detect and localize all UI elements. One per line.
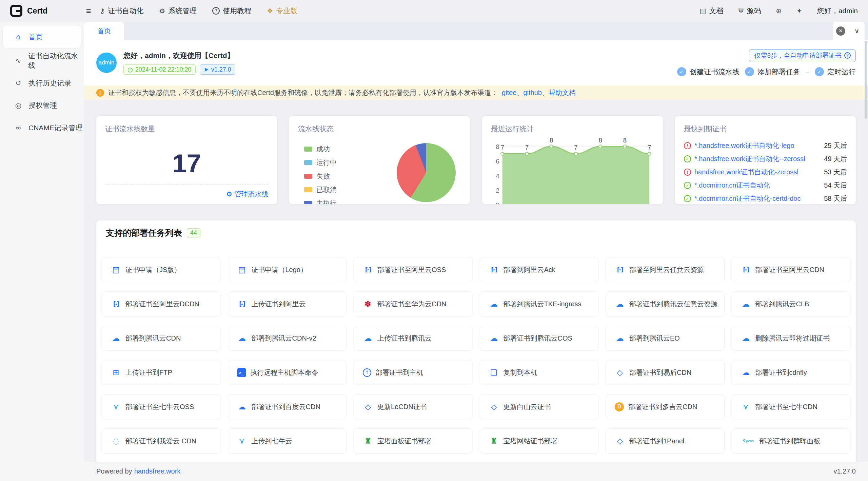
task-card[interactable]: Syno部署证书到群晖面板 [732, 428, 851, 454]
handsfree-link[interactable]: handsfree.work [134, 467, 181, 475]
expiry-cert-link[interactable]: *.handsfree.work证书自动化-lego [694, 141, 818, 150]
expiry-cert-link[interactable]: *.docmirror.cn证书自动化-certd-doc [694, 194, 818, 203]
tab-home-label: 首页 [97, 26, 111, 36]
nav-item-文档[interactable]: ▤文档 [700, 6, 724, 16]
task-card[interactable]: ☁部署证书到cdnfly [732, 360, 851, 385]
task-card[interactable]: ◇部署证书到易盾CDN [606, 360, 725, 385]
task-card[interactable]: ♜宝塔网站证书部署 [480, 428, 599, 454]
task-card[interactable]: [-]部署证书至阿里云OSS [354, 257, 473, 282]
datetime-badge: ◷2024-11-02 22:10:20 [123, 64, 196, 75]
app-logo[interactable]: Certd [10, 5, 84, 17]
task-card[interactable]: ☁部署到腾讯云CDN [102, 326, 221, 351]
task-card[interactable]: [-]部署到阿里云Ack [480, 257, 599, 282]
nav-item-源码[interactable]: Ψ源码 [738, 6, 761, 16]
help-circle-icon: ? [844, 52, 851, 59]
legend-item-运行中[interactable]: 运行中 [304, 158, 337, 167]
sidebar: ⌂首页∿证书自动化流水线↺执行历史记录◎授权管理∞CNAME记录管理 [0, 22, 84, 481]
task-card[interactable]: D部署证书到多吉云CDN [606, 394, 725, 419]
warning-link-github[interactable]: github [523, 89, 542, 96]
task-card[interactable]: ◇部署证书到1Panel [606, 428, 725, 454]
warning-link-帮助文档[interactable]: 帮助文档 [549, 89, 576, 96]
nav-item-系统管理[interactable]: ⚙系统管理 [159, 6, 197, 16]
expiry-days: 53 天后 [824, 168, 847, 177]
task-card[interactable]: >_执行远程主机脚本命令 [228, 360, 347, 385]
task-card[interactable]: ⋎上传到七牛云 [228, 428, 347, 454]
task-card-label: 部署到腾讯云CDN-v2 [252, 334, 319, 343]
pipeline-count-title: 证书流水线数量 [105, 124, 268, 134]
tab-close-button[interactable]: ✕ [833, 22, 849, 40]
task-card[interactable]: ☁部署证书到腾讯云任意云资源 [606, 291, 725, 316]
sparkles-icon: ✦ [796, 7, 802, 15]
sidebar-item-label: CNAME记录管理 [28, 123, 83, 133]
scrollbar-thumb[interactable] [865, 41, 867, 119]
task-card[interactable]: [-]部署证书至阿里云CDN [732, 257, 851, 282]
tab-menu-button[interactable]: ∨ [849, 22, 865, 40]
nav-item-使用教程[interactable]: ?使用教程 [212, 6, 251, 16]
task-card-label: 部署证书到易盾CDN [629, 368, 694, 377]
pie-chart-area: 成功运行中失败已取消未执行 [298, 134, 461, 204]
task-card-label: 部署证书到cdnfly [755, 368, 810, 377]
task-card[interactable]: ↑部署证书到主机 [354, 360, 473, 385]
aliyun-icon: [-] [489, 266, 499, 273]
aliyun-icon: [-] [741, 266, 751, 273]
welcome-section: admin 您好，admin，欢迎使用【Certd】 ◷2024-11-02 2… [84, 40, 868, 85]
legend-item-已取消[interactable]: 已取消 [304, 185, 337, 194]
user-greeting[interactable]: 您好，admin [817, 6, 858, 16]
gear-icon: ⚙ [159, 7, 165, 15]
task-card[interactable]: ☁部署到腾讯云CLB [732, 291, 851, 316]
area-chart: 0246877878872024-10-262024-10-282024-10-… [491, 135, 654, 204]
tab-home[interactable]: 首页 [84, 22, 124, 40]
task-card[interactable]: [-]部署证书至阿里云DCDN [102, 291, 221, 316]
shield-icon: ◇ [489, 402, 499, 411]
legend-item-成功[interactable]: 成功 [304, 145, 337, 154]
sidebar-item-授权管理[interactable]: ◎授权管理 [0, 94, 84, 117]
pipeline-count-card: 证书流水线数量 17 ⚙管理流水线 [96, 116, 277, 204]
history-icon: ↺ [14, 79, 22, 87]
sidebar-item-CNAME记录管理[interactable]: ∞CNAME记录管理 [0, 117, 84, 139]
task-card[interactable]: ◌部署证书到我爱云 CDN [102, 428, 221, 454]
sidebar-collapse-icon[interactable]: ≡ [86, 6, 91, 16]
task-card[interactable]: ☁删除腾讯云即将过期证书 [732, 326, 851, 351]
task-card[interactable]: ☁部署到腾讯云TKE-ingress [480, 291, 599, 316]
task-card[interactable]: ✽部署证书至华为云CDN [354, 291, 473, 316]
task-card[interactable]: ▤证书申请（Lego） [228, 257, 347, 282]
legend-item-失败[interactable]: 失败 [304, 172, 337, 181]
step-添加部署任务: ✓添加部署任务 [745, 67, 800, 77]
avatar[interactable]: admin [96, 53, 117, 73]
expiry-cert-link[interactable]: *.docmirror.cn证书自动化 [694, 181, 818, 190]
sparkles-icon[interactable]: ✦ [796, 7, 802, 15]
expiry-cert-link[interactable]: *.handsfree.work证书自动化--zerossl [694, 154, 818, 163]
expiry-cert-link[interactable]: handsfree.work证书自动化-zerossl [694, 168, 818, 177]
chevron-down-icon: ∨ [854, 27, 860, 35]
legend-item-未执行[interactable]: 未执行 [304, 199, 337, 204]
warning-link-gitee[interactable]: gitee [502, 89, 516, 96]
tencent-cloud-icon: ☁ [111, 334, 121, 343]
task-card[interactable]: ⋎部署证书至七牛CDN [732, 394, 851, 419]
task-card[interactable]: ⊞上传证书到FTP [102, 360, 221, 385]
shield-icon: ◇ [363, 402, 373, 411]
svg-text:6: 6 [496, 158, 499, 165]
task-card[interactable]: ☁部署到腾讯云EO [606, 326, 725, 351]
sidebar-item-证书自动化流水线[interactable]: ∿证书自动化流水线 [0, 50, 84, 72]
sidebar-item-执行历史记录[interactable]: ↺执行历史记录 [0, 72, 84, 94]
sidebar-item-首页[interactable]: ⌂首页 [3, 26, 81, 48]
task-card[interactable]: ▤证书申请（JS版） [102, 257, 221, 282]
cname-link-icon: ∞ [14, 124, 22, 132]
task-card[interactable]: ☁部署证书到百度云CDN [228, 394, 347, 419]
task-card[interactable]: ◇更新白山云证书 [480, 394, 599, 419]
nav-item-证书自动化[interactable]: ⚷证书自动化 [100, 6, 144, 16]
task-card[interactable]: ☁部署到腾讯云CDN-v2 [228, 326, 347, 351]
task-card[interactable]: ♜宝塔面板证书部署 [354, 428, 473, 454]
nav-item-专业版[interactable]: ❖专业版 [267, 6, 297, 16]
task-card[interactable]: ☁上传证书到腾讯云 [354, 326, 473, 351]
task-card[interactable]: [-]上传证书到阿里云 [228, 291, 347, 316]
task-card[interactable]: ⋎部署证书至七牛云OSS [102, 394, 221, 419]
globe-icon[interactable]: ⊕ [776, 7, 782, 15]
app-title: Certd [27, 6, 47, 16]
task-card[interactable]: [-]部署至阿里云任意云资源 [606, 257, 725, 282]
task-card[interactable]: ❏复制到本机 [480, 360, 599, 385]
task-card[interactable]: ◇更新LeCDN证书 [354, 394, 473, 419]
promo-badge[interactable]: 仅需3步，全自动申请部署证书 ? [749, 49, 856, 62]
task-card[interactable]: ☁部署证书到腾讯云COS [480, 326, 599, 351]
manage-pipelines-link[interactable]: ⚙管理流水线 [105, 184, 268, 199]
